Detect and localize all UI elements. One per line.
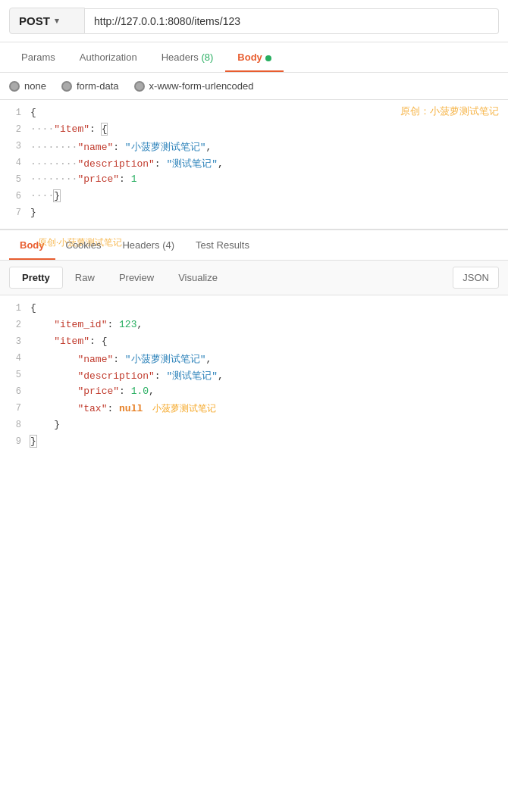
- resp-line-1: 1 {: [0, 301, 508, 318]
- radio-form-data[interactable]: form-data: [61, 80, 119, 92]
- radio-urlencoded-circle: [134, 81, 145, 92]
- body-dot: [265, 55, 271, 61]
- radio-urlencoded-label: x-www-form-urlencoded: [149, 80, 254, 92]
- resp-watermark2: 小菠萝测试笔记: [150, 403, 216, 414]
- resp-line-num-6: 6: [0, 386, 30, 397]
- method-selector[interactable]: POST ▾: [9, 8, 85, 34]
- resp-line-5: 5 "description": "测试笔记",: [0, 368, 508, 385]
- response-section: Body 原创·小菠萝测试笔记 Cookies Headers (4) Test…: [0, 230, 508, 553]
- request-bar: POST ▾: [0, 0, 508, 42]
- tab-body[interactable]: Body: [225, 42, 284, 72]
- resp-line-9: 9 }: [0, 435, 508, 451]
- code-line-1: 1 {: [0, 106, 508, 123]
- resp-line-content-5: "description": "测试笔记",: [30, 369, 508, 383]
- resp-tab-body[interactable]: Body: [9, 230, 55, 260]
- resp-line-content-2: "item_id": 123,: [30, 319, 508, 330]
- line-content-6: ····}: [30, 190, 508, 201]
- resp-line-num-8: 8: [0, 419, 30, 430]
- code-line-5: 5 ········"price": 1: [0, 173, 508, 189]
- format-tab-pretty[interactable]: Pretty: [9, 267, 63, 289]
- resp-line-6: 6 "price": 1.0,: [0, 385, 508, 401]
- code-line-3: 3 ········"name": "小菠萝测试笔记",: [0, 139, 508, 156]
- line-num-7: 7: [0, 207, 30, 218]
- resp-tab-test-results[interactable]: Test Results: [185, 230, 260, 260]
- line-num-6: 6: [0, 190, 30, 201]
- resp-tab-cookies[interactable]: Cookies: [55, 230, 112, 260]
- line-num-2: 2: [0, 123, 30, 135]
- resp-line-num-7: 7: [0, 402, 30, 414]
- tab-params[interactable]: Params: [9, 42, 67, 72]
- resp-tab-headers[interactable]: Headers (4): [111, 230, 185, 260]
- resp-line-num-9: 9: [0, 436, 30, 447]
- tab-headers[interactable]: Headers (8): [149, 42, 226, 72]
- line-num-5: 5: [0, 173, 30, 185]
- line-num-3: 3: [0, 140, 30, 151]
- resp-line-content-4: "name": "小菠萝测试笔记",: [30, 352, 508, 366]
- code-line-6: 6 ····}: [0, 189, 508, 206]
- resp-line-content-1: {: [30, 302, 508, 314]
- resp-line-num-3: 3: [0, 336, 30, 347]
- format-tabs: Pretty Raw Preview Visualize JSON: [0, 261, 508, 295]
- radio-form-data-label: form-data: [77, 80, 119, 92]
- line-content-4: ········"description": "测试笔记",: [30, 157, 508, 170]
- radio-none-label: none: [24, 80, 46, 92]
- resp-line-content-8: }: [30, 419, 508, 430]
- resp-line-content-7: "tax": null 小菠萝测试笔记: [30, 402, 508, 415]
- headers-badge: (8): [201, 52, 213, 63]
- resp-line-num-4: 4: [0, 352, 30, 364]
- resp-line-content-9: }: [30, 436, 508, 447]
- body-type-selectors: none form-data x-www-form-urlencoded: [0, 73, 508, 100]
- line-content-3: ········"name": "小菠萝测试笔记",: [30, 140, 508, 154]
- response-body-code[interactable]: 1 { 2 "item_id": 123, 3 "item": { 4 "nam…: [0, 295, 508, 553]
- radio-form-data-circle: [61, 81, 72, 92]
- radio-none[interactable]: none: [9, 80, 46, 92]
- resp-line-4: 4 "name": "小菠萝测试笔记",: [0, 351, 508, 368]
- resp-line-8: 8 }: [0, 418, 508, 435]
- resp-line-num-2: 2: [0, 319, 30, 330]
- code-line-7: 7 }: [0, 206, 508, 223]
- line-num-1: 1: [0, 107, 30, 118]
- resp-line-content-3: "item": {: [30, 336, 508, 347]
- response-tabs: Body 原创·小菠萝测试笔记 Cookies Headers (4) Test…: [0, 230, 508, 261]
- line-content-1: {: [30, 107, 508, 118]
- radio-none-circle: [9, 81, 20, 92]
- code-line-4: 4 ········"description": "测试笔记",: [0, 156, 508, 173]
- resp-line-7: 7 "tax": null 小菠萝测试笔记: [0, 401, 508, 418]
- resp-line-2: 2 "item_id": 123,: [0, 318, 508, 335]
- resp-line-3: 3 "item": {: [0, 335, 508, 351]
- resp-line-num-1: 1: [0, 302, 30, 314]
- format-type-json[interactable]: JSON: [453, 267, 499, 289]
- line-content-7: }: [30, 207, 508, 218]
- radio-urlencoded[interactable]: x-www-form-urlencoded: [134, 80, 254, 92]
- format-tab-visualize[interactable]: Visualize: [166, 267, 230, 288]
- line-num-4: 4: [0, 157, 30, 168]
- format-tab-raw[interactable]: Raw: [63, 267, 107, 288]
- tab-authorization[interactable]: Authorization: [67, 42, 149, 72]
- url-input[interactable]: [85, 8, 499, 34]
- code-line-2: 2 ····"item": {: [0, 123, 508, 139]
- resp-line-num-5: 5: [0, 369, 30, 380]
- method-label: POST: [19, 14, 50, 27]
- request-body-editor[interactable]: 原创：小菠萝测试笔记 1 { 2 ····"item": { 3 ·······…: [0, 100, 508, 230]
- line-content-2: ····"item": {: [30, 123, 508, 135]
- line-content-5: ········"price": 1: [30, 173, 508, 185]
- resp-line-content-6: "price": 1.0,: [30, 386, 508, 397]
- method-chevron: ▾: [55, 16, 59, 26]
- resp-headers-badge: (4): [162, 239, 174, 251]
- request-tabs: Params Authorization Headers (8) Body: [0, 42, 508, 73]
- format-tab-preview[interactable]: Preview: [107, 267, 166, 288]
